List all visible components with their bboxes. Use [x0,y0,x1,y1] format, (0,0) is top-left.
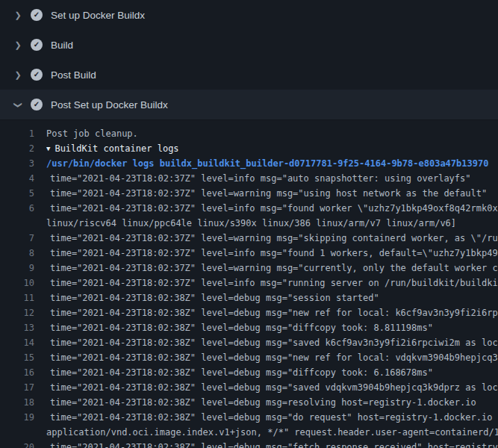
log-row: 10time="2021-04-23T18:02:37Z" level=info… [0,276,498,290]
step-header-set-up-docker-buildx[interactable]: ❯✓Set up Docker Buildx [0,0,498,30]
log-line: time="2021-04-23T18:02:38Z" level=debug … [46,320,498,335]
line-number[interactable]: 13 [0,320,46,335]
line-number[interactable]: 17 [0,380,46,395]
step-label: Post Set up Docker Buildx [51,99,168,111]
line-number[interactable]: 1 [0,126,46,141]
log-line: time="2021-04-23T18:02:37Z" level=info m… [46,246,498,261]
line-number[interactable]: 4 [0,171,46,186]
log-row: 6time="2021-04-23T18:02:37Z" level=info … [0,201,498,216]
chevron-right-icon: ❯ [12,10,24,20]
log-row: 16time="2021-04-23T18:02:38Z" level=debu… [0,365,498,380]
chevron-right-icon: ❯ [12,40,24,50]
log-line: time="2021-04-23T18:02:37Z" level=info m… [46,276,498,290]
log-row: 11time="2021-04-23T18:02:38Z" level=debu… [0,290,498,305]
log-line: time="2021-04-23T18:02:38Z" level=debug … [46,410,498,425]
log-row: 8time="2021-04-23T18:02:37Z" level=info … [0,246,498,261]
step-label: Post Build [51,69,96,81]
line-number[interactable]: 12 [0,305,46,320]
line-number[interactable]: 11 [0,290,46,305]
step-label: Set up Docker Buildx [51,10,145,21]
line-number[interactable]: 8 [0,246,46,261]
log-row: 2▼BuildKit container logs [0,141,498,156]
line-number[interactable]: 20 [0,440,46,448]
line-number[interactable]: 19 [0,410,46,425]
log-row: 4time="2021-04-23T18:02:37Z" level=info … [0,171,498,186]
step-header-post-set-up-docker-buildx[interactable]: ❯✓Post Set up Docker Buildx [0,90,498,120]
line-number [0,425,46,440]
line-number[interactable]: 15 [0,350,46,365]
log-line: time="2021-04-23T18:02:38Z" level=debug … [46,395,498,410]
log-row: 13time="2021-04-23T18:02:38Z" level=debu… [0,320,498,335]
line-number[interactable]: 2 [0,141,46,156]
log-line: time="2021-04-23T18:02:38Z" level=debug … [46,335,498,350]
group-title: BuildKit container logs [55,143,178,154]
line-number[interactable]: 7 [0,231,46,246]
check-circle-icon: ✓ [31,99,43,111]
step-label: Build [51,40,73,51]
log-row: 5time="2021-04-23T18:02:37Z" level=warni… [0,186,498,201]
line-number[interactable]: 18 [0,395,46,410]
group-toggle-icon[interactable]: ▼ [46,145,50,152]
command-line: /usr/bin/docker logs buildx_buildkit_bui… [46,156,498,171]
log-row: 17time="2021-04-23T18:02:38Z" level=debu… [0,380,498,395]
log-row: 7time="2021-04-23T18:02:37Z" level=warni… [0,231,498,246]
step-header-build[interactable]: ❯✓Build [0,30,498,60]
log-row: 18time="2021-04-23T18:02:38Z" level=debu… [0,395,498,410]
log-row: linux/riscv64 linux/ppc64le linux/s390x … [0,216,498,231]
log-row: 19time="2021-04-23T18:02:38Z" level=debu… [0,410,498,425]
line-number[interactable]: 6 [0,201,46,216]
log-line: application/vnd.oci.image.index.v1+json,… [46,425,498,440]
log-row: 14time="2021-04-23T18:02:38Z" level=debu… [0,335,498,350]
line-number[interactable]: 5 [0,186,46,201]
log-line: time="2021-04-23T18:02:37Z" level=info m… [46,201,498,216]
check-circle-icon: ✓ [31,39,43,51]
log-viewer: 1Post job cleanup.2▼BuildKit container l… [0,120,498,448]
log-row: 15time="2021-04-23T18:02:38Z" level=debu… [0,350,498,365]
log-row: 3/usr/bin/docker logs buildx_buildkit_bu… [0,156,498,171]
line-number[interactable]: 9 [0,261,46,276]
log-line: time="2021-04-23T18:02:38Z" level=debug … [46,440,498,448]
line-number [0,216,46,231]
chevron-down-icon: ❯ [13,99,23,111]
log-line: time="2021-04-23T18:02:38Z" level=debug … [46,290,498,305]
log-row: 12time="2021-04-23T18:02:38Z" level=debu… [0,305,498,320]
check-circle-icon: ✓ [31,69,43,81]
log-line: time="2021-04-23T18:02:38Z" level=debug … [46,365,498,380]
log-line: time="2021-04-23T18:02:38Z" level=debug … [46,350,498,365]
log-line: time="2021-04-23T18:02:37Z" level=info m… [46,171,498,186]
log-row: 1Post job cleanup. [0,126,498,141]
log-group-header[interactable]: ▼BuildKit container logs [46,141,498,156]
log-line: time="2021-04-23T18:02:37Z" level=warnin… [46,231,498,246]
log-line: linux/riscv64 linux/ppc64le linux/s390x … [46,216,498,231]
check-circle-icon: ✓ [31,9,43,21]
log-line: time="2021-04-23T18:02:38Z" level=debug … [46,305,498,320]
log-line: time="2021-04-23T18:02:37Z" level=warnin… [46,186,498,201]
log-line: Post job cleanup. [46,126,498,141]
log-row: 9time="2021-04-23T18:02:37Z" level=warni… [0,261,498,276]
log-line: time="2021-04-23T18:02:38Z" level=debug … [46,380,498,395]
chevron-right-icon: ❯ [12,70,24,80]
workflow-steps-list: ❯✓Set up Docker Buildx❯✓Build❯✓Post Buil… [0,0,498,120]
line-number[interactable]: 16 [0,365,46,380]
step-header-post-build[interactable]: ❯✓Post Build [0,60,498,90]
line-number[interactable]: 14 [0,335,46,350]
log-row: application/vnd.oci.image.index.v1+json,… [0,425,498,440]
log-line: time="2021-04-23T18:02:37Z" level=warnin… [46,261,498,276]
line-number[interactable]: 10 [0,276,46,290]
line-number[interactable]: 3 [0,156,46,171]
log-row: 20time="2021-04-23T18:02:38Z" level=debu… [0,440,498,448]
